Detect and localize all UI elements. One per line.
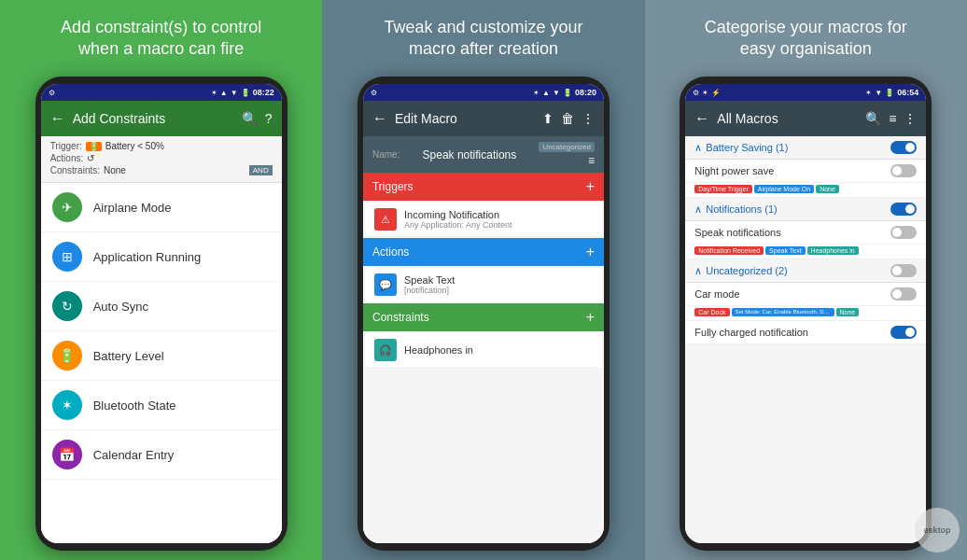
list-item-calendar[interactable]: 📅 Calendar Entry [41,430,282,480]
help-icon-1[interactable]: ? [265,111,273,126]
toolbar-title-2: Edit Macro [395,111,535,126]
more-icon-2[interactable]: ⋮ [582,111,595,126]
list-item-apprunning[interactable]: ⊞ Application Running [41,232,282,282]
status-icons-right-2: ✶ ▲ ▼ 🔋 08:20 [533,88,596,97]
tag-headphones: Headphones in [807,246,859,255]
toolbar-2: ← Edit Macro ⬆ 🗑 ⋮ [363,101,604,136]
autosync-label: Auto Sync [93,300,148,314]
constraints-section-label: Constraints [372,311,429,324]
speaknotif-tags: Notification Received Speak Text Headpho… [685,245,926,259]
toggle-notifications[interactable] [890,203,917,216]
list-icon-3[interactable]: ≡ [889,111,896,126]
actions-label: Actions: [50,153,84,163]
phone-2: ⚙ ✶ ▲ ▼ 🔋 08:20 ← Edit Macro ⬆ 🗑 [357,77,610,551]
status-bar-3: ⚙ ✶ ⚡ ✶ ▼ 🔋 06:54 [685,84,926,101]
settings-icon-2: ⚙ [371,89,377,97]
calendar-label: Calendar Entry [93,448,175,462]
status-icons-left-1: ⚙ [49,89,55,97]
triggers-label: Triggers [372,180,413,193]
back-icon-3[interactable]: ← [694,110,709,127]
watermark: esktop [915,508,960,553]
tag-speak-text: Speak Text [765,246,806,255]
edit-macro-content: Triggers + ⚠ Incoming Notification Any A… [363,173,604,543]
back-icon-1[interactable]: ← [50,110,65,127]
main-container: Add constraint(s) to control when a macr… [0,0,967,560]
share-icon-2[interactable]: ⬆ [542,111,554,126]
group-notifications[interactable]: ∧ Notifications (1) [685,198,926,221]
trigger-item-notification[interactable]: ⚠ Incoming Notification Any Application:… [365,203,602,236]
toggle-uncategorized[interactable] [890,264,917,277]
group-battery-saving[interactable]: ∧ Battery Saving (1) [685,136,926,160]
tag-daytime: Day/Time Trigger [694,185,751,193]
list-item-battery[interactable]: 🔋 Battery Level [41,331,282,381]
toggle-battery-saving[interactable] [890,141,917,154]
toggle-carmode[interactable] [890,287,917,301]
toolbar-1: ← Add Constraints 🔍 ? [41,101,282,136]
phone-1: ⚙ ✶ ▲ ▼ 🔋 08:22 ← Add Constraints 🔍 ? [35,77,287,551]
list-icon-2[interactable]: ≡ [588,154,595,167]
carmode-name: Car mode [694,288,739,300]
trigger-value: Battery < 50% [105,141,164,151]
tag-cardock: Car Dock [694,308,729,316]
group-uncategorized[interactable]: ∧ Uncategorized (2) [685,259,926,283]
trigger-row: Trigger: 🔋 Battery < 50% [50,141,273,151]
status-icons-right-3: ✶ ▼ 🔋 06:54 [865,88,918,97]
bt-icon-1: ✶ [211,89,217,97]
airplane-icon: ✈ [52,192,82,222]
settings-icon-3: ⚙ [693,89,699,97]
constraint-primary: Headphones in [404,344,473,356]
back-icon-2[interactable]: ← [372,110,387,127]
search-icon-3[interactable]: 🔍 [865,111,881,126]
add-action-btn[interactable]: + [586,244,595,260]
tag-notif-received: Notification Received [694,246,764,255]
name-label: Name: [372,149,399,160]
panel-all-macros: Categorise your macros for easy organisa… [645,0,967,560]
battery-icon-1: 🔋 [241,89,250,97]
battery-list-icon: 🔋 [52,341,82,371]
macro-item-fullycharged[interactable]: Fully charged notification [685,321,926,344]
bluetooth-label: Bluetooth State [93,399,176,413]
chevron-battery-icon: ∧ [694,142,702,154]
apprunning-icon: ⊞ [52,242,82,272]
action-item-speak[interactable]: 💬 Speak Text [notification] [365,268,602,301]
status-bar-1: ⚙ ✶ ▲ ▼ 🔋 08:22 [41,84,282,101]
list-item-airplane[interactable]: ✈ Airplane Mode [41,183,282,232]
bt-icon-3: ✶ [865,89,872,97]
constraint-item-headphones[interactable]: 🎧 Headphones in [365,333,602,367]
actions-row: Actions: ↺ [50,153,273,163]
panel-3-headline: Categorise your macros for easy organisa… [705,17,907,63]
panel-1-headline: Add constraint(s) to control when a macr… [61,17,261,63]
watermark-logo: esktop [915,508,960,553]
macro-item-carmode[interactable]: Car mode [685,283,926,306]
macro-item-speaknotif[interactable]: Speak notifications [685,221,926,245]
delete-icon-2[interactable]: 🗑 [561,111,574,126]
apprunning-label: Application Running [93,250,202,264]
search-icon-1[interactable]: 🔍 [242,111,258,126]
battery-label: Battery Level [93,349,164,363]
trigger-primary: Incoming Notification [404,209,512,220]
status-icons-right-1: ✶ ▲ ▼ 🔋 08:22 [211,88,274,97]
speaknotif-name: Speak notifications [694,227,780,238]
add-trigger-btn[interactable]: + [586,178,595,195]
operator-badge: AND [249,165,273,175]
signal-icon-1: ▼ [231,89,238,97]
add-constraint-btn[interactable]: + [586,309,595,326]
list-item-autosync[interactable]: ↻ Auto Sync [41,282,282,331]
signal-icon-3: ▼ [875,89,882,97]
trigger-label: Trigger: [50,141,82,151]
constraints-label: Constraints: [50,165,100,175]
toggle-nightpower[interactable] [890,164,917,177]
chevron-notifications-icon: ∧ [694,203,702,216]
time-3: 06:54 [897,88,918,97]
toggle-speaknotif[interactable] [890,226,917,239]
battery-icon-2: 🔋 [563,89,572,97]
tag-setmode: Set Mode: Car, Enable Bluetooth, Disable… [732,308,834,316]
info-bar-1: Trigger: 🔋 Battery < 50% Actions: ↺ Cons… [41,136,282,183]
toggle-fullycharged[interactable] [890,326,917,339]
macro-name-bar: Name: Speak notifications Uncategorized … [363,136,604,173]
more-icon-3[interactable]: ⋮ [904,111,917,126]
macro-item-nightpower[interactable]: Night power save [685,160,926,183]
wifi-icon-1: ▲ [220,89,228,97]
list-item-bluetooth[interactable]: ✶ Bluetooth State [41,381,282,430]
settings-icon-1: ⚙ [49,89,55,97]
